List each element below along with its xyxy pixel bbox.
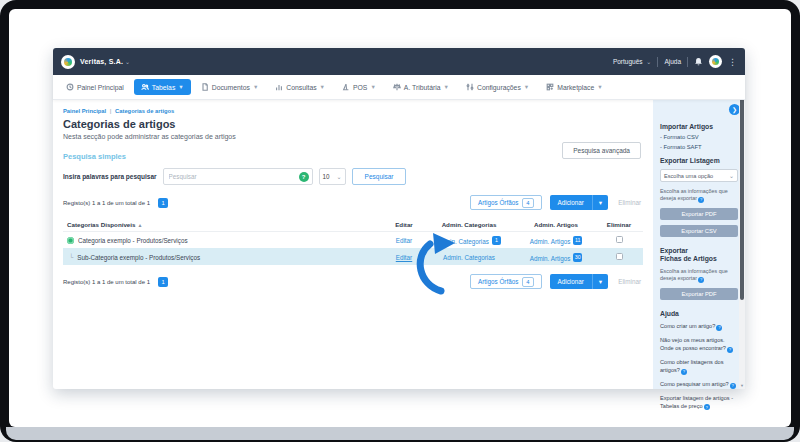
orphan-count-badge: 4 bbox=[522, 198, 533, 208]
page-size-select[interactable]: 10 ⌄ bbox=[319, 168, 346, 185]
screen-canvas: Veritas, S.A. ⌄ Português ⌄ Ajuda ⋮ Pai bbox=[9, 9, 791, 427]
help-link-export-pricelist[interactable]: Exportar listagem de artigos - Tabelas d… bbox=[660, 395, 738, 411]
chevron-down-icon: ▼ bbox=[444, 84, 449, 90]
bell-icon[interactable] bbox=[694, 57, 703, 66]
column-categories-header[interactable]: Categorias Disponíveis▲ bbox=[67, 221, 383, 228]
help-dot-icon: ? bbox=[727, 347, 733, 353]
brand-name: Veritas, S.A. bbox=[80, 58, 123, 65]
admin-categories-link[interactable]: Admin. Categorias bbox=[437, 237, 489, 244]
export-files-title-line1: Exportar bbox=[660, 247, 738, 254]
device-frame: Veritas, S.A. ⌄ Português ⌄ Ajuda ⋮ Pai bbox=[0, 0, 800, 442]
edit-link-target[interactable]: Editar bbox=[396, 254, 412, 261]
records-row-bottom: Registo(s) 1 a 1 de um total de 1 1 Arti… bbox=[63, 274, 643, 289]
help-link[interactable]: Ajuda bbox=[664, 58, 681, 65]
nav-item-painel-principal[interactable]: Painel Principal bbox=[59, 79, 131, 95]
breadcrumb-categorias[interactable]: Categorias de artigos bbox=[115, 108, 174, 114]
add-button[interactable]: Adicionar ▼ bbox=[550, 274, 609, 289]
nav-item-marketplace[interactable]: Marketplace ▼ bbox=[539, 79, 609, 95]
status-active-icon bbox=[67, 237, 74, 244]
import-articles-title: Importar Artigos bbox=[660, 123, 738, 130]
search-help-icon[interactable]: ? bbox=[299, 172, 309, 182]
delete-link[interactable]: Eliminar bbox=[618, 199, 641, 206]
chevron-down-icon: ▼ bbox=[320, 84, 325, 90]
edit-link[interactable]: Editar bbox=[396, 237, 412, 244]
divider bbox=[657, 57, 658, 67]
brand-logo-icon bbox=[61, 55, 75, 69]
export-files-title-line2: Fichas de Artigos bbox=[660, 255, 738, 262]
breadcrumb-painel-principal[interactable]: Painel Principal bbox=[63, 108, 106, 114]
chart-icon bbox=[275, 83, 283, 91]
nav-item-documentos[interactable]: Documentos ▼ bbox=[194, 79, 266, 95]
row-checkbox[interactable] bbox=[616, 253, 623, 260]
help-dot-icon: ? bbox=[716, 325, 722, 331]
chevron-down-icon[interactable]: ⌄ bbox=[125, 58, 130, 65]
chevron-down-icon: ▼ bbox=[597, 84, 602, 90]
admin-categories-link[interactable]: Admin. Categorias bbox=[443, 254, 495, 261]
records-row-top: Registo(s) 1 a 1 de um total de 1 1 Arti… bbox=[63, 195, 643, 210]
orphan-count-badge: 4 bbox=[522, 277, 533, 287]
chevron-down-icon: ▼ bbox=[370, 84, 375, 90]
chevron-down-icon: ▼ bbox=[524, 84, 529, 90]
records-summary: Registo(s) 1 a 1 de um total de 1 bbox=[63, 200, 150, 206]
nav-item-consultas[interactable]: Consultas ▼ bbox=[268, 79, 332, 95]
breadcrumb-separator: | bbox=[110, 108, 112, 114]
main-nav: Painel Principal Tabelas ▼ Documentos ▼ … bbox=[53, 75, 745, 100]
export-pdf-button-2[interactable]: Exportar PDF bbox=[660, 288, 738, 300]
page-number-badge[interactable]: 1 bbox=[158, 198, 168, 208]
nav-item-pos[interactable]: POS ▼ bbox=[335, 79, 383, 95]
export-pdf-button[interactable]: Exportar PDF bbox=[660, 208, 738, 220]
help-dot-icon: ? bbox=[730, 383, 736, 389]
export-caption-2: Escolha as informações que deseja export… bbox=[660, 268, 738, 283]
export-csv-button[interactable]: Exportar CSV bbox=[660, 225, 738, 237]
search-section-title: Pesquisa simples bbox=[63, 152, 643, 161]
avatar[interactable] bbox=[709, 55, 722, 68]
advanced-search-button[interactable]: Pesquisa avançada bbox=[562, 142, 641, 159]
pos-icon bbox=[342, 83, 350, 91]
breadcrumb: Painel Principal | Categorias de artigos bbox=[63, 108, 643, 114]
divider bbox=[687, 57, 688, 67]
column-admin-categories: Admin. Categorias bbox=[425, 221, 513, 228]
row-checkbox[interactable] bbox=[616, 236, 623, 243]
chevron-down-icon: ⌄ bbox=[337, 173, 342, 180]
export-options-select[interactable]: Escolha uma opção ⌄ bbox=[660, 169, 738, 182]
top-bar: Veritas, S.A. ⌄ Português ⌄ Ajuda ⋮ bbox=[53, 48, 745, 75]
nav-item-configuracoes[interactable]: Configurações ▼ bbox=[459, 79, 536, 95]
chevron-down-icon: ▼ bbox=[593, 200, 608, 206]
orphan-articles-button[interactable]: Artigos Órfãos 4 bbox=[470, 274, 541, 289]
help-dot-icon[interactable]: ? bbox=[698, 197, 704, 203]
search-input[interactable] bbox=[164, 173, 292, 180]
page-number-badge[interactable]: 1 bbox=[158, 277, 168, 287]
help-link-search-article[interactable]: Como pesquisar um artigo?? bbox=[660, 381, 738, 389]
kebab-menu-icon[interactable]: ⋮ bbox=[728, 57, 737, 67]
scroll-down-icon[interactable]: ▼ bbox=[739, 383, 745, 388]
help-link-listings[interactable]: Como obter listagens dos artigos?? bbox=[660, 359, 738, 375]
help-link-create-article[interactable]: Como criar um artigo?? bbox=[660, 323, 738, 331]
language-selector[interactable]: Português ⌄ bbox=[613, 58, 651, 65]
main-content: Painel Principal | Categorias de artigos… bbox=[53, 100, 653, 389]
records-summary: Registo(s) 1 a 1 de um total de 1 bbox=[63, 279, 150, 285]
chevron-down-icon: ⌄ bbox=[646, 59, 651, 65]
add-button[interactable]: Adicionar ▼ bbox=[550, 195, 609, 210]
orphan-articles-button[interactable]: Artigos Órfãos 4 bbox=[470, 195, 541, 210]
delete-link[interactable]: Eliminar bbox=[618, 278, 641, 285]
admin-articles-link[interactable]: Admin. Artigos bbox=[530, 237, 571, 244]
format-saft-link[interactable]: - Formato SAFT bbox=[660, 144, 738, 150]
category-name: Sub-Categoria exemplo - Produtos/Serviço… bbox=[77, 254, 200, 261]
admin-articles-link[interactable]: Admin. Artigos bbox=[530, 254, 571, 261]
vertical-scrollbar[interactable]: ▲ ▼ bbox=[739, 75, 745, 389]
tax-icon bbox=[393, 83, 401, 91]
search-box: ? bbox=[163, 168, 313, 185]
articles-count-badge: 11 bbox=[573, 236, 582, 245]
scrollbar-thumb[interactable] bbox=[740, 85, 744, 300]
articles-count-badge: 30 bbox=[573, 253, 582, 262]
format-csv-link[interactable]: - Formato CSV bbox=[660, 134, 738, 140]
search-row: Insira palavras para pesquisar ? 10 ⌄ Pe… bbox=[63, 168, 643, 185]
search-button[interactable]: Pesquisar bbox=[352, 168, 407, 185]
document-icon bbox=[201, 83, 209, 91]
nav-item-a-tributaria[interactable]: A. Tributária ▼ bbox=[386, 79, 456, 95]
help-link-find-articles[interactable]: Não vejo os meus artigos. Onde os posso … bbox=[660, 337, 738, 353]
right-sidebar: ❯ Importar Artigos - Formato CSV - Forma… bbox=[653, 100, 745, 389]
export-list-title: Exportar Listagem bbox=[660, 157, 738, 164]
help-dot-icon[interactable]: ? bbox=[698, 277, 704, 283]
nav-item-tabelas[interactable]: Tabelas ▼ bbox=[134, 79, 191, 95]
